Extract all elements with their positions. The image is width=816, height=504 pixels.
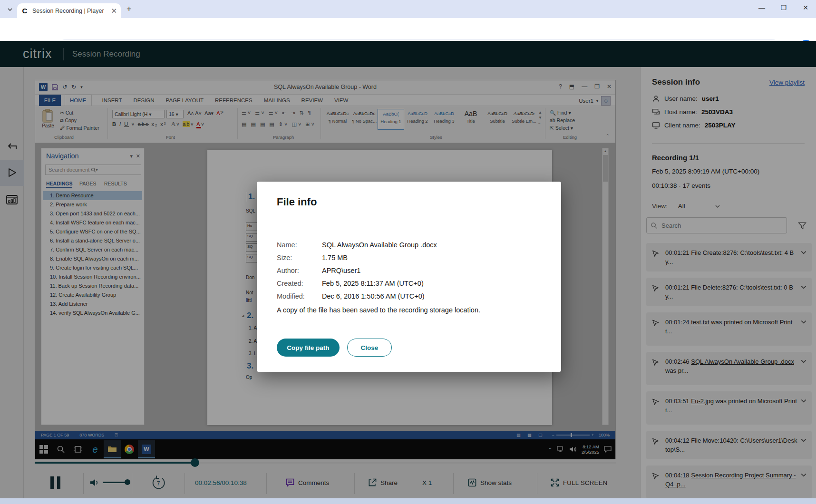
chevron-down-icon[interactable] <box>800 397 807 404</box>
player-tab-icon[interactable] <box>0 167 24 178</box>
product-title: Session Recording <box>72 49 140 59</box>
chevron-down-icon[interactable] <box>800 249 807 256</box>
event-card[interactable]: 00:02:46 SQL AlwaysOn Available Group .d… <box>646 352 812 385</box>
event-card[interactable]: 00:04:18 Session Recording Project Summa… <box>646 465 812 499</box>
doc-fragment: 1. A <box>249 325 257 330</box>
internet-explorer-icon: e <box>87 440 104 458</box>
chevron-down-icon[interactable] <box>800 319 807 325</box>
nav-heading-item: 4. Install WSFC feature on each mac... <box>43 218 142 227</box>
event-cursor-icon <box>652 319 660 327</box>
format-painter-button: 🖉 Format Painter <box>60 125 99 131</box>
show-stats-icon[interactable] <box>467 478 477 487</box>
event-link[interactable]: Fu-2.jpg <box>691 397 714 405</box>
view-chevron-down-icon[interactable] <box>715 204 720 209</box>
event-card[interactable]: 00:01:21 File Delete:8276: C:\tools\test… <box>646 278 812 306</box>
tab-close-icon[interactable]: ✕ <box>111 7 117 15</box>
file-created-row: Created:Feb 5, 2025 8:11:37 AM (UTC+0) <box>277 280 424 287</box>
ribbon-tab-file: FILE <box>39 95 61 106</box>
event-time: 00:02:46 <box>665 358 690 365</box>
stats-tab-icon[interactable] <box>0 194 24 206</box>
tab-list-chevron-icon[interactable] <box>4 4 16 15</box>
ribbon-tab-view: VIEW <box>333 95 349 106</box>
view-label: View: <box>652 203 668 210</box>
event-search-box[interactable] <box>646 217 787 233</box>
event-link[interactable]: SQL AlwaysOn Available Group .docx <box>691 358 794 365</box>
client-name-row: Client name:2503PLAY <box>652 121 736 129</box>
file-name-row: Name:SQL AlwaysOn Available Group .docx <box>277 241 437 249</box>
client-monitor-icon <box>652 121 660 129</box>
volume-slider-handle[interactable] <box>125 479 130 485</box>
doc-fragment: 1. <box>247 192 255 202</box>
chevron-down-icon[interactable] <box>800 358 807 365</box>
event-time: 00:01:24 <box>665 319 690 326</box>
progress-played <box>35 462 195 464</box>
chrome-icon <box>121 440 138 458</box>
comments-icon[interactable] <box>285 478 295 487</box>
paste-button: Paste <box>42 109 54 128</box>
event-card[interactable]: 00:01:21 File Create:8276: C:\tools\test… <box>646 243 812 271</box>
playback-speed[interactable]: X 1 <box>422 479 432 486</box>
volume-icon[interactable] <box>89 477 100 488</box>
new-tab-button[interactable]: + <box>126 4 132 14</box>
page-count: PAGE 1 OF 59 <box>41 433 69 437</box>
browser-tab[interactable]: C Session Recording | Player ✕ <box>17 3 121 18</box>
event-search-input[interactable] <box>661 222 783 230</box>
paragraph-align-icons: ▤ ▤ ▤ ▤ ⇕˅ ◫˅ ⊞˅ <box>242 121 316 127</box>
window-minimize-button[interactable]: — <box>755 4 768 11</box>
chevron-down-icon[interactable] <box>800 284 807 291</box>
host-icon <box>652 108 660 116</box>
host-name-row: Host name:2503VDA3 <box>652 108 733 116</box>
recorded-taskbar: e W ⌃ 8:12 AM 2/5/2025 <box>35 439 615 459</box>
fullscreen-button[interactable]: FULL SCREEN <box>563 479 608 486</box>
window-close-button[interactable]: ✕ <box>799 4 812 11</box>
filter-icon[interactable] <box>797 221 807 231</box>
nav-heading-item: 2. Prepare work <box>43 200 142 209</box>
time-display: 00:02:56/00:10:38 <box>195 479 266 486</box>
event-card[interactable]: 00:03:51 Fu-2.jpg was printed on Microso… <box>646 391 812 425</box>
back-to-list-icon[interactable] <box>0 141 24 153</box>
chevron-down-icon[interactable] <box>800 472 807 478</box>
search-icon <box>651 222 658 229</box>
view-playlist-link[interactable]: View playlist <box>769 79 805 86</box>
doc-fragment: 2. <box>247 311 253 320</box>
clipboard-group-label: Clipboard <box>54 135 74 140</box>
window-restore-button[interactable]: ❐ <box>777 4 790 11</box>
browser-tabstrip: C Session Recording | Player ✕ + — ❐ ✕ <box>0 0 816 18</box>
event-link[interactable]: test.txt <box>691 319 709 326</box>
event-list: 00:01:21 File Create:8276: C:\tools\test… <box>646 243 812 504</box>
word-ribbon: Paste ✂ Cut ⧉ Copy 🖉 Format Painter Clip… <box>35 106 615 143</box>
word-window-controls: ? ⬒ — ❐ ✕ <box>559 83 612 90</box>
app-header: citrix Session Recording <box>0 41 816 67</box>
word-navigation-pane: Navigation ▾ ✕ Search document ▾ HEADING… <box>41 148 145 425</box>
copy-file-path-button[interactable]: Copy file path <box>277 339 340 357</box>
replay-7-button[interactable]: 7 <box>150 475 166 491</box>
pause-button[interactable] <box>50 476 60 489</box>
share-button[interactable]: Share <box>380 479 398 486</box>
nav-headings-list: 1. Demo Resource 2. Prepare work 3. Open… <box>43 191 142 318</box>
event-card[interactable]: 00:01:24 test.txt was printed on Microso… <box>646 312 812 346</box>
fullscreen-icon[interactable] <box>550 478 560 487</box>
navigation-search-box: Search document ▾ <box>45 165 141 175</box>
event-card[interactable]: 00:04:12 File Move:10420: C:\Users\user1… <box>646 431 812 459</box>
volume-slider[interactable] <box>103 482 127 483</box>
word-count: 878 WORDS <box>79 433 104 437</box>
modal-note: A copy of the file has been saved to the… <box>277 306 480 314</box>
sidebar-divider <box>652 143 805 144</box>
font-format-icons: B I U ˅ abc x₂ x² 𝔸˅ ab˅ A˅ <box>112 121 205 127</box>
session-info-title: Session info <box>652 78 700 87</box>
comments-button[interactable]: Comments <box>298 479 329 486</box>
zoom-level: 100% <box>599 433 610 437</box>
chevron-down-icon[interactable] <box>800 437 807 444</box>
view-select[interactable]: All <box>678 203 685 210</box>
modal-title: File info <box>277 196 317 208</box>
close-button[interactable]: Close <box>347 339 392 357</box>
nav-tab-headings: HEADINGS <box>46 181 72 188</box>
view-filter-row: View: All <box>652 203 720 210</box>
nav-heading-item: 10. Install Session Recording environ... <box>43 272 142 281</box>
progress-track[interactable] <box>35 462 616 464</box>
doc-collapse-marker: ◢ <box>242 314 244 318</box>
share-icon[interactable] <box>368 478 377 487</box>
show-stats-button[interactable]: Show stats <box>480 479 512 486</box>
doc-fragment: 3. L <box>249 351 257 356</box>
event-time: 00:04:12 <box>665 437 690 444</box>
